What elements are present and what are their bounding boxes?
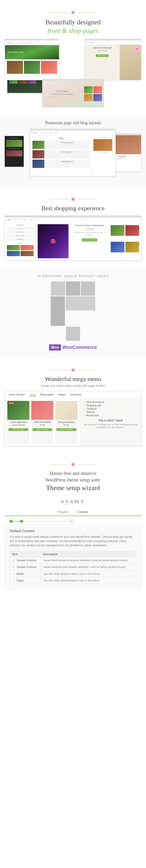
check-icon-2: ✓ [12,565,15,568]
product-thumb [111,242,124,252]
table-cell-desc: You will create default media to use in … [41,570,136,577]
mega-menu-links: ✓View all products ✓Shopping cart ✓Check… [84,401,138,417]
product-pages-label: 15 DIFFERENT SINGLE PRODUCT PAGES [5,275,141,278]
section-theme-setup: ❀ Hassle-free and intuitive WordPress th… [0,452,146,594]
table-row: ✓ Sample Products Import products (and '… [10,564,136,570]
section-shopping: ❀ Best shopping experience LOGO HomeShop… [0,188,146,270]
woo-text: WooCommerce [62,345,97,350]
product-price-2: £9.00 [32,424,52,426]
flower-icon-3: ❀ [71,367,75,373]
nav-item-home[interactable]: Home Version [8,393,25,396]
table-cell-item: ✓ Sample Products [10,557,41,564]
sidebar-category: Best rated [7,231,34,234]
divider-line-left [50,12,69,13]
wizard-dot-2 [20,520,23,523]
divider-line-left-4 [50,464,69,465]
flower-icon-4: ❀ [71,461,75,468]
setup-flower-divider: ❀ [5,461,141,468]
product-title-2: Pink round dahlia [32,421,52,423]
nav-item-blog[interactable]: Blog pages [41,393,53,396]
link-wishlist[interactable]: ✓Wishlist [84,411,138,413]
mega-menu-nav: Home Version Shop Blog pages Pages Eleme… [5,391,141,399]
screenshot-shop-left: LOGO HomeShopBlogPages The Flower Shop [5,39,59,80]
divider-line-right-2 [77,199,96,199]
mega-product-3: Bouquet bracken £8.00 ADD TO CART [55,401,77,443]
table-cell-item: ✓ Media [10,570,41,577]
nav-item-pages[interactable]: Pages [58,393,66,396]
setup-tabs: Plugins Content [5,508,141,516]
sidebar-category: On sale [7,227,34,230]
mega-menu-desc: create any mega menu easily with page bu… [5,384,141,388]
wizard-remaining-line [23,521,71,522]
product-grid-cell [81,281,95,296]
table-header-desc: Description [41,551,136,557]
mega-menu-title: Wonderful mega menu [5,376,141,383]
product-price: £18.00 [70,227,109,230]
blog-screenshot-main: LOGO HomeBlogShopPages Blog Blog post ti… [30,129,116,176]
setup-title-line1: Hassle-free and intuitive [50,471,96,476]
top-flower-divider: ❀ [5,9,141,16]
product-price-3: £8.00 [56,424,76,426]
mega-menu-flower-divider: ❀ [5,367,141,373]
table-cell-desc: You will create default pages to use in … [41,577,136,584]
link-account[interactable]: ✓My Account [84,414,138,417]
price-3: £8.00 [64,424,69,426]
setup-title: Hassle-free and intuitive WordPress them… [5,470,141,492]
product-name: Premium Flower Arrangement [70,224,109,226]
divider-line-right [77,12,96,13]
section-product-pages: 15 DIFFERENT SINGLE PRODUCT PAGES Woo Wo… [0,270,146,359]
flower-icon: ❀ [71,9,75,16]
sidebar-category: Best selling [7,235,34,237]
wizard-dot-1 [9,520,13,523]
table-cell-desc: Import WooCommerce product attributes (m… [41,557,136,564]
main-title: Beautifully designed front & shop pages [5,18,141,35]
table-row: ✓ Media You will create default media to… [10,570,136,577]
setup-panel: Default Content It is time to install so… [5,524,141,589]
tab-content[interactable]: Content [73,508,93,516]
table-cell-item: ✓ Sample Products [10,564,41,570]
screenshot-shop-right: Floral shop Choose the best gift $100 - … [84,39,141,80]
product-thumb [125,225,139,236]
product-thumb [111,225,124,236]
table-cell-desc: Import products (and 'product attributes… [41,564,136,570]
add-to-cart-2[interactable]: ADD TO CART [32,428,52,431]
table-cell-item: ✓ Pages [10,577,41,584]
blog-screenshot-dark: Our Services Florist & Arrangements [5,136,24,167]
flower-icon-2: ❀ [71,196,75,203]
sidebar-category: Featured [7,238,34,241]
product-info-1: Cactus glass bed £10.00 £5.00 [7,420,29,427]
product-grid-mockup [47,281,99,341]
mega-menu-mockup: Home Version Shop Blog pages Pages Eleme… [5,391,141,446]
mega-menu-sidebar: ✓View all products ✓Shopping cart ✓Check… [80,399,141,446]
product-title-1: Cactus glass bed [8,421,28,423]
product-thumbnails [111,224,139,258]
setup-title-line2: WordPress theme setup with: [45,477,100,483]
add-to-cart-3[interactable]: ADD TO CART [56,428,76,431]
link-view-all[interactable]: ✓View all products [84,401,138,403]
product-title-3: Bouquet bracken [56,421,76,423]
panel-title: Default Content [10,529,136,533]
new-price-1: £5.00 [19,424,25,426]
shopping-sidebar: Categories On sale Best rated Best selli… [5,222,36,260]
shopping-main: 🌺 Premium Flower Arrangement £18.00 Beau… [36,222,141,260]
nav-item-elements[interactable]: Elements [70,393,81,396]
price-2: £9.00 [40,424,45,426]
florist-shop-desc: We are proud to present you our best arr… [84,423,138,429]
ayame-logo: ayame [5,497,141,505]
table-row: ✓ Sample Products Import WooCommerce pro… [10,557,136,564]
shop-screenshots-composite: LOGO HomeShopBlogPages The Flower Shop F… [5,39,141,107]
florist-shop-title: THE FLORIST SHOP [84,419,138,422]
nav-item-shop[interactable]: Shop [30,393,36,396]
add-to-cart-btn[interactable]: ADD TO CART [82,239,97,242]
mega-product-2: Pink round dahlia £9.00 ADD TO CART [31,401,53,443]
add-to-cart-1[interactable]: ADD TO CART [8,428,28,431]
shopping-screenshot: LOGO HomeShopBlogPages Categories On sal… [5,215,141,260]
tab-plugins[interactable]: Plugins [53,508,73,516]
shopping-title: Best shopping experience [5,205,141,212]
woocommerce-logo: Woo WooCommerce [5,344,141,350]
link-checkout[interactable]: ✓Checkout [84,407,138,410]
link-cart[interactable]: ✓Shopping cart [84,404,138,407]
product-grid-cell-tall [51,296,65,326]
divider-line-left-2 [50,199,69,199]
blog-layouts-label: Numerous page and blog layouts [5,120,141,125]
